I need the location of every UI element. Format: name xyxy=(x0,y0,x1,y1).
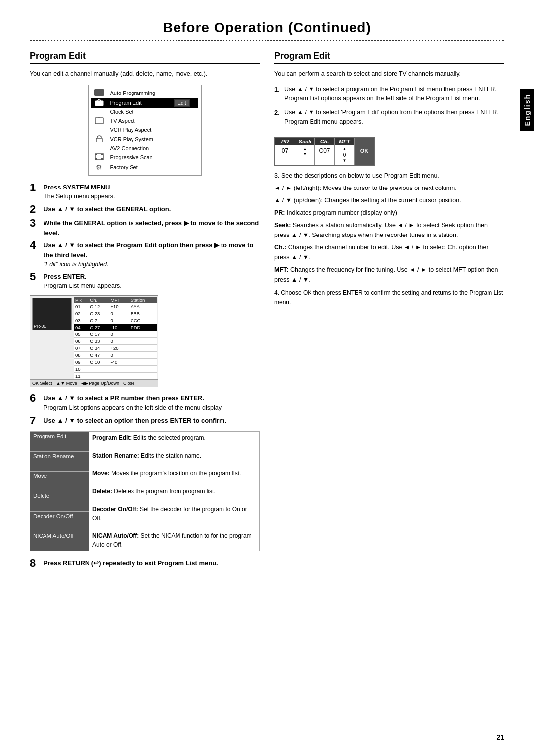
table-row: 10 xyxy=(74,366,157,373)
ch-value-mft: ▲ 0 ▼ xyxy=(335,145,354,165)
tv2-icon xyxy=(95,117,104,124)
ch-header-mft: MFT xyxy=(335,138,354,145)
steps-6-7: 6 Use ▲ / ▼ to select a PR number then p… xyxy=(30,393,260,426)
prog-screen-preview: PR-01 xyxy=(32,298,72,330)
left-column: Program Edit You can edit a channel manu… xyxy=(30,51,260,572)
step-3: 3 While the GENERAL option is selected, … xyxy=(30,218,260,237)
opt-program-edit: Program Edit xyxy=(30,431,89,451)
step-1-content: Press SYSTEM MENU. The Setup menu appear… xyxy=(44,183,115,201)
right-step-2-text: Use ▲ / ▼ to select 'Program Edit' optio… xyxy=(284,108,504,127)
step-8-item: 8 Press RETURN (↩) repeatedly to exit Pr… xyxy=(30,558,260,569)
right-intro: You can perform a search to select and s… xyxy=(274,69,504,79)
col-ch: Ch. xyxy=(89,297,109,303)
col-station: Station xyxy=(129,297,157,303)
film-icon xyxy=(95,153,104,160)
mft-arrow-up: ▲ xyxy=(343,147,347,151)
right-step-1-text: Use ▲ / ▼ to select a program on the Pro… xyxy=(284,85,504,103)
svg-rect-9 xyxy=(101,154,103,155)
step-3-right: 3. See the descriptions on below to use … xyxy=(274,171,504,284)
table-row: 07C 34+20 xyxy=(74,345,157,352)
section-divider xyxy=(30,40,504,41)
step-3-content: While the GENERAL option is selected, pr… xyxy=(44,218,260,237)
step-6-content: Use ▲ / ▼ to select a PR number then pre… xyxy=(44,393,222,412)
step-num-2: 2 xyxy=(30,203,44,215)
step-1: 1 Press SYSTEM MENU. The Setup menu appe… xyxy=(30,183,260,201)
right-step-num-2: 2. xyxy=(274,108,280,118)
step-2-content: Use ▲ / ▼ to select the GENERAL option. xyxy=(44,204,171,214)
ch-header-ok: OK xyxy=(357,147,372,155)
step-num-1: 1 xyxy=(30,182,44,193)
desc-nicam: NICAM Auto/Off: Set the NICAM function t… xyxy=(92,531,256,549)
program-list-screenshot: PR-01 PR Ch. MFT Station 01C 12+10AAA02C… xyxy=(30,295,158,387)
step3-bullet1: ◄ / ► (left/right): Moves the cursor to … xyxy=(274,183,504,193)
ch-cell-seek: Seek ▲ ▼ xyxy=(295,138,315,165)
table-row: 01C 12+10AAA xyxy=(74,303,157,310)
ch-cell-ch: Ch. C07 xyxy=(315,138,335,165)
prog-screen-label: PR-01 xyxy=(34,324,46,329)
steps-1-5: 1 Press SYSTEM MENU. The Setup menu appe… xyxy=(30,183,260,291)
table-row: Program Edit Program Edit: Edits the sel… xyxy=(30,431,260,451)
step3-pr-desc: PR: Indicates program number (display on… xyxy=(274,208,504,218)
svg-rect-11 xyxy=(101,158,103,160)
step3-intro: 3. See the descriptions on below to use … xyxy=(274,171,504,181)
svg-rect-3 xyxy=(95,118,103,124)
table-row: 06C 330 xyxy=(74,338,157,345)
ch-header-ch: Ch. xyxy=(315,138,334,145)
col-pr: PR xyxy=(74,297,89,303)
step-4: 4 Use ▲ / ▼ to select the Program Edit o… xyxy=(30,240,260,269)
step-num-8: 8 xyxy=(30,557,44,569)
right-step-1: 1. Use ▲ / ▼ to select a program on the … xyxy=(274,85,504,103)
step-num-6: 6 xyxy=(30,392,44,404)
step-8-content: Press RETURN (↩) repeatedly to exit Prog… xyxy=(44,558,218,568)
prog-screen-top: PR-01 PR Ch. MFT Station 01C 12+10AAA02C… xyxy=(30,296,158,379)
right-heading: Program Edit xyxy=(274,51,504,64)
step3-mft-desc: MFT: Changes the frequency for fine tuni… xyxy=(274,265,504,284)
svg-rect-10 xyxy=(95,158,97,160)
desc-decoder: Decoder On/Off: Set the decoder for the … xyxy=(92,505,256,522)
step-2: 2 Use ▲ / ▼ to select the GENERAL option… xyxy=(30,204,260,215)
antenna-icon xyxy=(95,99,104,106)
tv-icon xyxy=(94,89,104,96)
opt-move: Move xyxy=(30,472,89,491)
prog-footer: OK Select ▲▼ Move ◀▶ Page Up/Down Close xyxy=(30,379,158,387)
step-7-content: Use ▲ / ▼ to select an option then press… xyxy=(44,416,226,425)
right-steps-1-2: 1. Use ▲ / ▼ to select a program on the … xyxy=(274,85,504,127)
desc-move: Move: Moves the program's location on th… xyxy=(92,469,256,478)
opt-station-rename: Station Rename xyxy=(30,452,89,472)
table-row: 04C 27-10DDD xyxy=(74,324,157,331)
opt-nicam: NICAM Auto/Off xyxy=(30,531,89,551)
step3-ch-desc: Ch.: Changes the channel number to edit.… xyxy=(274,242,504,262)
footer-close: Close xyxy=(123,381,134,386)
ch-value-ch: C07 xyxy=(315,145,334,156)
ch-value-pr: 07 xyxy=(275,145,295,156)
step3-bullet2: ▲ / ▼ (up/down): Changes the setting at … xyxy=(274,195,504,205)
ch-header-seek: Seek xyxy=(295,138,314,145)
table-row: 11 xyxy=(74,373,157,379)
step-7: 7 Use ▲ / ▼ to select an option then pre… xyxy=(30,416,260,426)
lock-icon xyxy=(95,135,103,142)
step-num-5: 5 xyxy=(30,271,44,283)
step-8: 8 Press RETURN (↩) repeatedly to exit Pr… xyxy=(30,558,260,569)
setup-icon: ⚙ xyxy=(96,163,102,171)
ch-header-pr: PR xyxy=(275,138,295,145)
channel-box: PR 07 Seek ▲ ▼ Ch. C07 MFT ▲ 0 ▼ xyxy=(274,137,375,166)
table-row: 02C 230BBB xyxy=(74,310,157,317)
desc-station-rename: Station Rename: Edits the station name. xyxy=(92,451,256,460)
mft-value: 0 xyxy=(343,152,346,158)
step-4-content: Use ▲ / ▼ to select the Program Edit opt… xyxy=(44,240,260,269)
table-row: 03C 70CCC xyxy=(74,317,157,324)
step-5: 5 Press ENTER. Program List menu appears… xyxy=(30,272,260,290)
page-number: 21 xyxy=(496,733,504,741)
footer-move: ▲▼ Move xyxy=(56,381,77,386)
step-4-right: 4. Choose OK then press ENTER to confirm… xyxy=(274,288,504,307)
seek-arrow-up: ▲ xyxy=(303,147,307,151)
ch-cell-mft: MFT ▲ 0 ▼ xyxy=(335,138,355,165)
svg-rect-0 xyxy=(95,101,103,106)
menu-screenshot: Auto Programming Program Edit Edit Clock xyxy=(88,85,202,176)
desc-program-edit: Program Edit: Edits the selected program… xyxy=(92,433,256,442)
left-intro: You can edit a channel manually (add, de… xyxy=(30,69,260,79)
step-5-content: Press ENTER. Program List menu appears. xyxy=(44,272,122,290)
table-row: 08C 470 xyxy=(74,352,157,359)
svg-rect-8 xyxy=(95,154,97,155)
step-num-3: 3 xyxy=(30,217,44,229)
